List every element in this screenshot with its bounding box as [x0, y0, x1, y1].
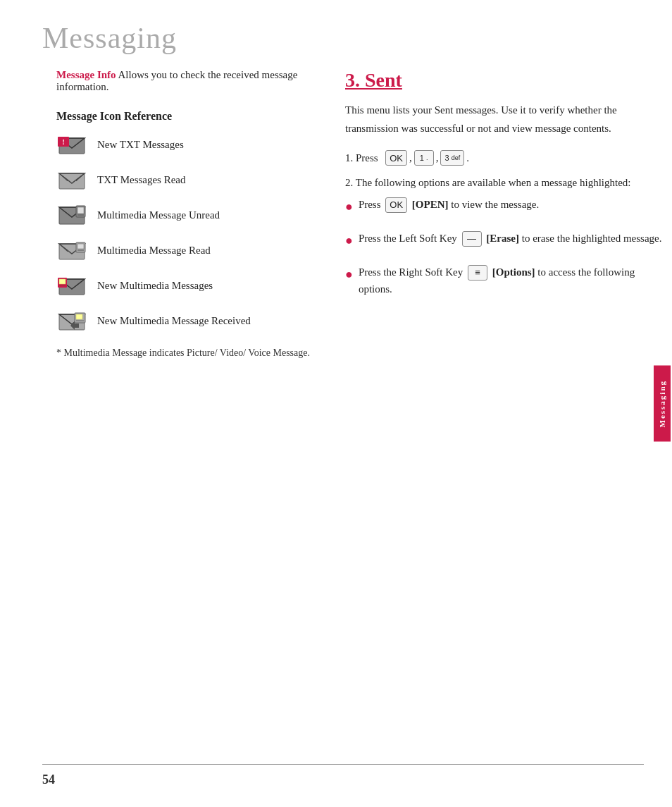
new-mms-icon	[56, 273, 87, 299]
txt-read-label: TXT Messages Read	[97, 173, 186, 187]
page-title: Messaging	[0, 0, 672, 69]
right-soft-key: ≡	[468, 265, 487, 281]
key3: 3 def	[440, 150, 464, 166]
section-body: This menu lists your Sent messages. Use …	[345, 101, 662, 137]
key1: 1 .	[414, 150, 434, 166]
section-title: 3. Sent	[345, 69, 662, 92]
bottom-line	[42, 764, 644, 765]
bullet-item: ● Press the Right Soft Key ≡ [Options] t…	[345, 264, 662, 297]
list-item: ! New TXT Messages	[42, 133, 324, 158]
list-item: New Multimedia Message Received	[42, 309, 324, 334]
new-mms-received-label: New Multimedia Message Received	[97, 314, 251, 328]
list-item: Multimedia Message Read	[42, 238, 324, 264]
svg-rect-18	[77, 244, 84, 249]
new-mms-label: New Multimedia Messages	[97, 279, 213, 293]
mms-unread-label: Multimedia Message Unread	[97, 209, 220, 223]
sidebar-tab: Messaging	[654, 366, 671, 442]
svg-rect-23	[59, 279, 66, 284]
bullet-text: Press the Left Soft Key — [Erase] to era…	[359, 230, 662, 247]
svg-rect-11	[77, 207, 84, 214]
step1: 1. Press OK, 1 ., 3 def.	[345, 150, 662, 166]
ok-key: OK	[385, 150, 407, 166]
ok-key-2: OK	[385, 197, 407, 213]
new-txt-label: New TXT Messages	[97, 138, 184, 152]
message-info-label: Message Info	[56, 69, 116, 80]
open-label: [OPEN]	[412, 199, 449, 210]
step1-label: 1. Press	[345, 152, 383, 164]
new-mms-received-icon	[56, 309, 87, 334]
bullet-list: ● Press OK [OPEN] to view the message. ●…	[345, 196, 662, 297]
txt-read-icon	[56, 168, 87, 193]
erase-label: [Erase]	[486, 233, 519, 244]
left-column: Message Info Allows you to check the rec…	[42, 69, 338, 360]
list-item: Multimedia Message Unread	[42, 203, 324, 228]
bullet-text: Press the Right Soft Key ≡ [Options] to …	[359, 264, 662, 297]
bullet-dot: ●	[345, 230, 353, 251]
message-info-block: Message Info Allows you to check the rec…	[42, 69, 324, 93]
icon-section-heading: Message Icon Reference	[42, 110, 324, 123]
right-column: 3. Sent This menu lists your Sent messag…	[338, 69, 662, 360]
left-soft-key: —	[462, 231, 482, 247]
bullet-dot: ●	[345, 197, 353, 217]
options-label: [Options]	[492, 266, 535, 278]
sidebar-wrapper: Messaging	[652, 0, 672, 807]
footnote: * Multimedia Message indicates Picture/ …	[42, 345, 324, 360]
step2-label: 2. The following options are available w…	[345, 177, 662, 189]
page-number: 54	[42, 772, 55, 787]
bullet-dot: ●	[345, 264, 353, 285]
icon-list: ! New TXT Messages TXT Messages Read	[42, 133, 324, 334]
mms-read-icon	[56, 238, 87, 264]
bullet-item: ● Press OK [OPEN] to view the message.	[345, 196, 662, 217]
mms-unread-icon	[56, 203, 87, 228]
list-item: TXT Messages Read	[42, 168, 324, 193]
svg-rect-28	[76, 314, 82, 319]
mms-read-label: Multimedia Message Read	[97, 244, 211, 258]
list-item: New Multimedia Messages	[42, 273, 324, 299]
bullet-text: Press OK [OPEN] to view the message.	[359, 196, 662, 213]
new-txt-icon: !	[56, 133, 87, 158]
svg-text:!: !	[62, 137, 65, 146]
bullet-item: ● Press the Left Soft Key — [Erase] to e…	[345, 230, 662, 251]
